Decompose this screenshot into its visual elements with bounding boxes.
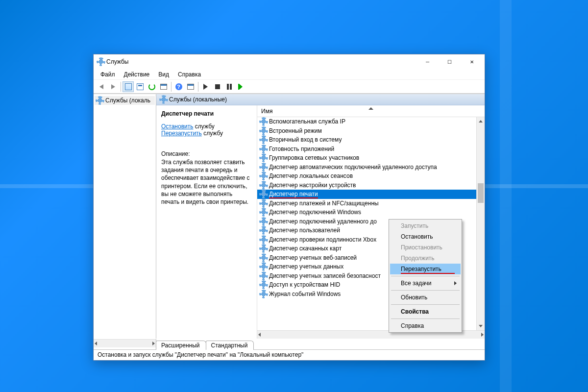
gear-icon xyxy=(260,127,267,134)
menu-item[interactable]: Свойства xyxy=(390,306,461,317)
service-label: Готовность приложений xyxy=(269,146,334,152)
main-header-label: Службы (локальные) xyxy=(169,96,227,103)
service-label: Диспетчер пользователей xyxy=(269,227,340,234)
service-label: Диспетчер проверки подлинности Xbox xyxy=(269,236,376,243)
menu-separator xyxy=(391,318,460,319)
toolbar: ? xyxy=(94,80,485,94)
link-restart[interactable]: Перезапустить xyxy=(161,130,202,137)
service-row[interactable]: Диспетчер подключений Windows xyxy=(257,208,485,217)
refresh-button[interactable] xyxy=(146,81,157,92)
service-label: Диспетчер учетных данных xyxy=(269,263,343,270)
pause-button[interactable] xyxy=(223,81,235,92)
app-icon xyxy=(98,58,104,65)
scroll-left[interactable] xyxy=(258,333,261,337)
service-label: Диспетчер локальных сеансов xyxy=(269,172,353,179)
menu-separator xyxy=(391,276,460,276)
menu-view[interactable]: Вид xyxy=(154,70,173,79)
service-row[interactable]: Диспетчер платежей и NFC/защищенны xyxy=(257,199,485,208)
forward-button[interactable] xyxy=(107,81,119,92)
service-label: Диспетчер учетных веб-записей xyxy=(269,254,357,261)
start-button[interactable] xyxy=(200,81,211,92)
gear-icon xyxy=(260,182,267,189)
gear-icon xyxy=(260,272,267,279)
menu-action[interactable]: Действие xyxy=(120,70,154,79)
detail-pane: Диспетчер печати Остановить службу Перез… xyxy=(156,105,257,339)
titlebar[interactable]: Службы ─ ☐ ✕ xyxy=(94,54,485,69)
restart-button[interactable] xyxy=(235,81,246,92)
scroll-down[interactable] xyxy=(477,322,485,330)
service-row[interactable]: Вспомогательная служба IP xyxy=(257,117,485,126)
service-row[interactable]: Диспетчер печати xyxy=(257,190,485,199)
description-text: Эта служба позволяет ставить задания печ… xyxy=(161,158,252,206)
scrollbar-vertical[interactable] xyxy=(476,117,485,330)
menu-help[interactable]: Справка xyxy=(174,70,205,79)
link-restart-row: Перезапустить службу xyxy=(161,130,252,137)
close-button[interactable]: ✕ xyxy=(461,54,483,69)
service-row[interactable]: Вторичный вход в систему xyxy=(257,135,485,145)
link-stop[interactable]: Остановить xyxy=(161,123,194,130)
tab-extended[interactable]: Расширенный xyxy=(156,341,206,350)
gear-icon xyxy=(260,209,267,216)
export-button[interactable] xyxy=(158,81,169,92)
service-label: Журнал событий Windows xyxy=(269,291,341,297)
service-label: Диспетчер настройки устройств xyxy=(269,182,356,189)
main-header: Службы (локальные) xyxy=(156,94,485,105)
gear-icon xyxy=(160,96,167,103)
menu-separator xyxy=(391,304,460,305)
scroll-thumb[interactable] xyxy=(478,183,484,203)
service-label: Вторичный вход в систему xyxy=(269,136,342,143)
gear-icon xyxy=(260,236,267,243)
service-row[interactable]: Группировка сетевых участников xyxy=(257,153,485,163)
tree-pane: Службы (локаль xyxy=(94,94,156,339)
context-menu: ЗапуститьОстановитьПриостановитьПродолжи… xyxy=(389,219,462,333)
menu-item[interactable]: Все задачи xyxy=(390,278,461,289)
service-label: Доступ к устройствам HID xyxy=(269,281,340,288)
tree-root[interactable]: Службы (локаль xyxy=(95,96,155,105)
menu-item: Продолжить xyxy=(390,253,461,264)
menu-item[interactable]: Справка xyxy=(390,320,461,331)
gear-icon xyxy=(260,263,267,270)
stop-button[interactable] xyxy=(212,81,223,92)
tab-standard[interactable]: Стандартный xyxy=(206,341,254,350)
help-button[interactable]: ? xyxy=(173,81,184,92)
menu-separator xyxy=(391,290,460,291)
back-button[interactable] xyxy=(96,81,107,92)
gear-icon xyxy=(260,172,267,179)
gear-icon xyxy=(260,118,267,125)
menu-item[interactable]: Остановить xyxy=(390,231,461,242)
service-label: Диспетчер печати xyxy=(269,191,318,197)
link-stop-row: Остановить службу xyxy=(161,123,252,130)
details-view-button[interactable] xyxy=(122,81,134,92)
service-label: Диспетчер учетных записей безопасност xyxy=(269,272,381,279)
service-label: Диспетчер скачанных карт xyxy=(269,245,342,252)
list-header[interactable]: Имя xyxy=(257,105,485,117)
list-view-button[interactable] xyxy=(134,81,146,92)
tree-root-label: Службы (локаль xyxy=(105,97,150,104)
service-name: Диспетчер печати xyxy=(161,110,252,117)
service-row[interactable]: Готовность приложений xyxy=(257,145,485,154)
service-row[interactable]: Диспетчер локальных сеансов xyxy=(257,172,485,181)
column-name[interactable]: Имя xyxy=(257,108,485,115)
gear-icon xyxy=(97,97,103,104)
service-row[interactable]: Встроенный режим xyxy=(257,126,485,136)
tree-hscroll[interactable] xyxy=(94,339,156,347)
properties-button[interactable] xyxy=(185,81,196,92)
menu-item: Приостановить xyxy=(390,242,461,253)
menu-item[interactable]: Перезапустить xyxy=(390,264,461,274)
gear-icon xyxy=(260,281,267,288)
minimize-button[interactable]: ─ xyxy=(416,54,439,69)
service-label: Встроенный режим xyxy=(269,127,322,134)
scroll-up[interactable] xyxy=(477,117,485,125)
gear-icon xyxy=(260,191,267,197)
annotation-underline xyxy=(401,273,455,274)
scroll-right[interactable] xyxy=(481,333,484,337)
gear-icon xyxy=(260,254,267,261)
menu-item[interactable]: Обновить xyxy=(390,292,461,303)
menu-file[interactable]: Файл xyxy=(97,70,119,79)
service-row[interactable]: Диспетчер автоматических подключений уда… xyxy=(257,163,485,172)
service-row[interactable]: Диспетчер настройки устройств xyxy=(257,181,485,190)
gear-icon xyxy=(260,136,267,143)
tabs-row: Расширенный Стандартный xyxy=(94,339,485,349)
service-label: Группировка сетевых участников xyxy=(269,154,359,161)
maximize-button[interactable]: ☐ xyxy=(439,54,461,69)
